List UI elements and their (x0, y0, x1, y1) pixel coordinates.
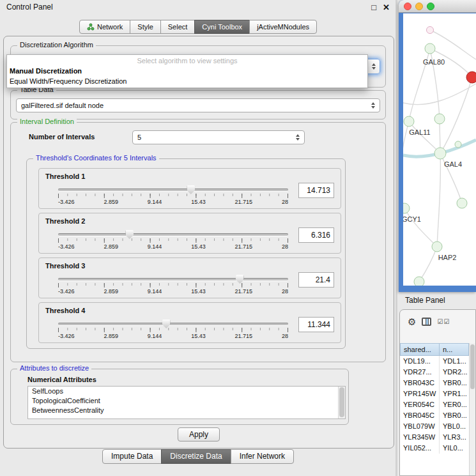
settings-gear-icon[interactable]: ⚙ (408, 317, 416, 326)
apply-button[interactable]: Apply (178, 427, 220, 441)
tab-impute-data[interactable]: Impute Data (102, 449, 162, 464)
float-window-icon[interactable]: □ (371, 3, 376, 12)
cell[interactable]: YIL0... (440, 443, 469, 454)
dropdown-option-manual[interactable]: Manual Discretization (7, 66, 367, 76)
cell[interactable]: YDL1... (440, 356, 469, 367)
table-row[interactable]: YBL079WYBL0... (400, 421, 469, 432)
close-traffic-light[interactable] (404, 3, 411, 10)
list-item[interactable]: TopologicalCoefficient (28, 396, 345, 406)
close-icon[interactable]: ✕ (383, 3, 390, 12)
threshold-slider[interactable]: -3.426 2.859 9.144 15.43 21.715 28 (58, 185, 288, 205)
node-gal80[interactable] (425, 43, 435, 54)
table-row[interactable]: YLR345WYLR3... (400, 432, 469, 443)
table-row[interactable]: YIL052...YIL0... (400, 443, 469, 454)
list-vertical-scrollbar[interactable] (338, 387, 345, 418)
node-hap2[interactable] (432, 242, 442, 252)
scrollbar-thumb[interactable] (339, 387, 344, 417)
threshold-slider[interactable]: -3.426 2.859 9.144 15.43 21.715 28 (58, 319, 288, 339)
cell[interactable]: YER054C (400, 399, 440, 410)
node[interactable] (414, 277, 424, 286)
table-data-combobox[interactable]: galFiltered.sif default node (16, 98, 380, 112)
tab-jactivemnodules[interactable]: jActiveMNodules (249, 20, 317, 34)
number-of-intervals-combobox[interactable]: 5 (132, 130, 305, 144)
tab-cyni-toolbox[interactable]: Cyni Toolbox (194, 20, 250, 34)
node-label: GAL11 (409, 128, 430, 136)
node[interactable] (457, 198, 467, 208)
table-vertical-scrollbar[interactable] (469, 343, 475, 475)
algorithm-dropdown-popup: Select algorithm to view settings Manual… (6, 54, 368, 88)
checkbox-icons[interactable]: ☑☑ (437, 318, 450, 325)
threshold-value-field[interactable]: 6.316 (298, 227, 334, 243)
cell[interactable]: YBL0... (440, 421, 469, 432)
scale-label: 28 (282, 243, 288, 250)
cell[interactable]: YPR1... (440, 388, 469, 399)
slider-track[interactable] (58, 233, 288, 236)
network-window-titlebar[interactable] (399, 0, 476, 13)
node[interactable] (427, 27, 434, 34)
slider-handle[interactable] (236, 275, 244, 284)
table-row[interactable]: YER054CYER0... (400, 399, 469, 410)
table-row[interactable]: YBR045CYBR0... (400, 410, 469, 421)
cell[interactable]: YLR345W (400, 432, 440, 443)
cell[interactable]: YBR0... (440, 378, 469, 388)
threshold-label: Threshold 1 (45, 173, 85, 180)
node-gal4[interactable] (434, 148, 446, 159)
node-gal11[interactable] (404, 116, 414, 127)
cell[interactable]: YDR27... (400, 367, 440, 378)
threshold-label: Threshold 2 (45, 217, 85, 225)
cell[interactable]: YDR2... (440, 367, 469, 378)
slider-handle[interactable] (187, 185, 195, 194)
cell[interactable]: YDL19... (400, 356, 440, 367)
tab-discretize-data[interactable]: Discretize Data (161, 449, 231, 464)
column-header-name[interactable]: n... (440, 343, 469, 356)
combo-arrows-icon (371, 102, 375, 109)
threshold-slider[interactable]: -3.426 2.859 9.144 15.43 21.715 28 (58, 274, 288, 295)
table-row[interactable]: YDR27...YDR2... (400, 367, 469, 378)
cell[interactable]: YBL079W (400, 421, 440, 432)
table-row[interactable]: YDL19...YDL1... (400, 356, 469, 367)
column-header-shared-name[interactable]: shared... (400, 343, 440, 356)
threshold-slider[interactable]: -3.426 2.859 9.144 15.43 21.715 28 (58, 229, 288, 250)
dropdown-option-equal-width[interactable]: Equal Width/Frequency Discretization (7, 76, 367, 86)
cell[interactable]: YBR045C (400, 410, 440, 421)
list-item[interactable]: SelfLoops (28, 387, 345, 396)
cell[interactable]: YBR043C (400, 378, 440, 388)
network-view-window: GAL80 GAL11 GAL4 GCY1 HAP2 (399, 0, 476, 292)
list-item[interactable]: BetweennessCentrality (28, 406, 345, 415)
node-red-selected[interactable] (466, 72, 476, 83)
attributes-list[interactable]: SelfLoops TopologicalCoefficient Between… (27, 386, 346, 419)
slider-track[interactable] (58, 188, 288, 191)
node-gcy1[interactable] (403, 203, 410, 213)
tab-select[interactable]: Select (160, 20, 196, 34)
combo-value: galFiltered.sif default node (21, 102, 104, 109)
slider-handle[interactable] (162, 319, 171, 328)
cell[interactable]: YIL052... (400, 443, 440, 454)
cell[interactable]: YBR0... (440, 410, 469, 421)
slider-ticks (58, 328, 288, 332)
network-canvas[interactable]: GAL80 GAL11 GAL4 GCY1 HAP2 (403, 13, 476, 286)
node-label: HAP2 (438, 254, 457, 261)
threshold-panel: Threshold 3 -3.426 2.859 9.144 15.43 21.… (38, 257, 341, 298)
zoom-traffic-light[interactable] (427, 3, 434, 10)
tab-network[interactable]: Network (79, 20, 130, 34)
cell[interactable]: YPR145W (400, 388, 440, 399)
table-row[interactable]: YPR145WYPR1... (400, 388, 469, 399)
tab-infer-network[interactable]: Infer Network (231, 449, 294, 464)
slider-handle[interactable] (125, 230, 134, 239)
table-row[interactable]: YBR043CYBR0... (400, 378, 469, 388)
threshold-value-field[interactable]: 11.344 (298, 317, 334, 332)
select-columns-icon[interactable] (422, 318, 431, 326)
panel-divider[interactable] (395, 0, 397, 476)
threshold-value-field[interactable]: 21.4 (298, 272, 334, 288)
node[interactable] (455, 141, 461, 148)
scale-label: 15.43 (191, 288, 206, 295)
slider-track[interactable] (58, 323, 288, 325)
tab-style[interactable]: Style (130, 20, 160, 34)
node[interactable] (434, 114, 445, 124)
threshold-value-field[interactable]: 14.713 (298, 183, 334, 198)
cell[interactable]: YER0... (440, 399, 469, 410)
minimize-traffic-light[interactable] (415, 3, 423, 10)
scrollbar-thumb[interactable] (470, 344, 475, 389)
slider-track[interactable] (58, 278, 288, 280)
cell[interactable]: YLR3... (440, 432, 469, 443)
